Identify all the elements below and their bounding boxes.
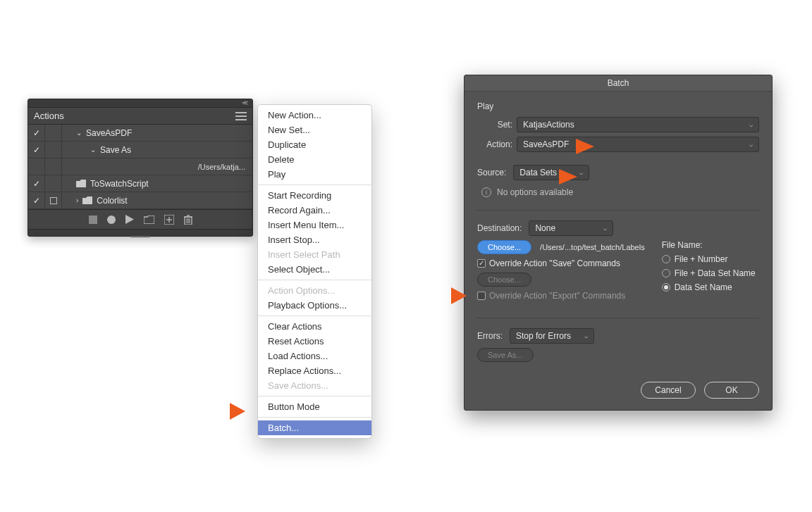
action-row[interactable]: ✓ ⌄ Save As: [28, 142, 252, 158]
checkbox-icon[interactable]: [477, 292, 486, 300]
record-icon[interactable]: [107, 216, 116, 224]
svg-point-1: [107, 216, 116, 224]
filename-option-label: File + Data Set Name: [675, 268, 756, 278]
menu-playback-options[interactable]: Playback Options...: [258, 298, 371, 313]
menu-new-set[interactable]: New Set...: [258, 123, 371, 137]
menu-play[interactable]: Play: [258, 167, 371, 182]
minor-cell[interactable]: [45, 125, 62, 141]
destination-select[interactable]: None ⌵: [529, 220, 613, 236]
play-icon[interactable]: [125, 215, 134, 224]
new-set-icon[interactable]: [144, 216, 154, 224]
callout-arrow-icon: [559, 169, 577, 185]
check-icon: ✓: [33, 145, 40, 155]
ok-button[interactable]: OK: [704, 382, 759, 399]
menu-separator: [258, 280, 371, 280]
toggle-cell[interactable]: ✓: [28, 175, 45, 192]
panel-flyout-menu-icon[interactable]: [235, 112, 247, 120]
stop-marker-icon: [50, 197, 57, 204]
toggle-cell[interactable]: ✓: [28, 192, 45, 208]
check-icon: ✓: [33, 196, 40, 206]
menu-button-mode[interactable]: Button Mode: [258, 399, 371, 414]
override-save-row[interactable]: Override Action "Save" Commands: [477, 258, 645, 268]
set-label: Set:: [477, 120, 512, 130]
filename-option-label: Data Set Name: [675, 282, 732, 292]
divider: [477, 210, 759, 211]
radio-icon[interactable]: [662, 269, 670, 277]
filename-label: File Name:: [662, 240, 759, 250]
menu-replace-actions[interactable]: Replace Actions...: [258, 363, 371, 378]
actions-list: ✓ ⌄ SaveAsPDF ✓ ⌄ Save As /Users/katja..…: [28, 125, 252, 209]
destination-label: Destination:: [477, 223, 522, 233]
choose-export-button: Choose...: [477, 273, 531, 287]
cancel-button[interactable]: Cancel: [641, 382, 696, 399]
minor-cell[interactable]: [45, 142, 62, 158]
panel-resize-handle[interactable]: [28, 229, 252, 236]
actions-header: Actions: [28, 108, 252, 125]
menu-record-again[interactable]: Record Again...: [258, 203, 371, 218]
override-export-label: Override Action "Export" Commands: [489, 291, 625, 301]
minor-cell[interactable]: [45, 192, 62, 208]
source-select[interactable]: Data Sets ⌵: [513, 165, 589, 180]
actions-title: Actions: [34, 111, 64, 121]
action-row[interactable]: ✓ ToSwatchScript: [28, 175, 252, 192]
filename-option[interactable]: Data Set Name: [662, 282, 759, 292]
menu-load-actions[interactable]: Load Actions...: [258, 349, 371, 363]
errors-select[interactable]: Stop for Errors ⌵: [510, 328, 594, 344]
checkbox-icon[interactable]: [477, 259, 486, 268]
svg-marker-2: [125, 215, 134, 224]
chevron-right-icon[interactable]: ›: [76, 196, 78, 204]
menu-batch[interactable]: Batch...: [258, 420, 371, 435]
action-value: SaveAsPDF: [523, 139, 569, 149]
batch-title: Batch: [465, 75, 772, 92]
trash-icon[interactable]: [184, 215, 192, 225]
menu-select-object[interactable]: Select Object...: [258, 262, 371, 277]
menu-clear-actions[interactable]: Clear Actions: [258, 319, 371, 334]
minor-cell[interactable]: [45, 158, 62, 175]
filename-option[interactable]: File + Number: [662, 254, 759, 264]
action-select[interactable]: SaveAsPDF ⌵: [517, 137, 759, 152]
radio-icon[interactable]: [662, 255, 670, 263]
filename-option-label: File + Number: [675, 254, 728, 264]
stop-icon[interactable]: [89, 216, 97, 224]
action-label: ⌄ Save As: [62, 142, 252, 158]
menu-delete[interactable]: Delete: [258, 152, 371, 167]
filename-option[interactable]: File + Data Set Name: [662, 268, 759, 278]
menu-new-action[interactable]: New Action...: [258, 108, 371, 123]
action-path: /Users/katja...: [62, 158, 252, 175]
divider: [477, 318, 759, 318]
menu-insert-stop[interactable]: Insert Stop...: [258, 232, 371, 247]
action-row[interactable]: ✓ › Colorlist: [28, 192, 252, 209]
panel-collapse-bar[interactable]: ≪: [28, 99, 252, 108]
callout-arrow-icon: [451, 287, 467, 304]
chevron-down-icon[interactable]: ⌄: [90, 146, 96, 154]
errors-label: Errors:: [477, 331, 503, 341]
menu-save-actions: Save Actions...: [258, 378, 371, 393]
action-label: ⌄ SaveAsPDF: [62, 125, 252, 141]
chevron-down-icon[interactable]: ⌄: [76, 129, 82, 137]
play-label: Play: [477, 101, 759, 111]
toggle-cell[interactable]: ✓: [28, 142, 45, 158]
action-label: ToSwatchScript: [62, 175, 252, 192]
menu-duplicate[interactable]: Duplicate: [258, 137, 371, 152]
menu-start-recording[interactable]: Start Recording: [258, 188, 371, 203]
menu-action-options: Action Options...: [258, 283, 371, 298]
menu-separator: [258, 185, 371, 185]
choose-button[interactable]: Choose...: [477, 240, 531, 254]
override-export-row[interactable]: Override Action "Export" Commands: [477, 291, 645, 301]
menu-reset-actions[interactable]: Reset Actions: [258, 334, 371, 349]
action-name: Colorlist: [97, 196, 127, 206]
override-save-label: Override Action "Save" Commands: [489, 258, 620, 268]
action-row[interactable]: /Users/katja...: [28, 158, 252, 175]
folder-icon: [76, 180, 86, 187]
dialog-buttons: Cancel OK: [477, 375, 759, 399]
toggle-cell[interactable]: ✓: [28, 125, 45, 141]
batch-dialog: Batch Play Set: KatjasActions ⌵ Action: …: [464, 75, 773, 411]
minor-cell[interactable]: [45, 175, 62, 192]
action-row[interactable]: ✓ ⌄ SaveAsPDF: [28, 125, 252, 142]
set-select[interactable]: KatjasActions ⌵: [517, 117, 759, 132]
toggle-cell[interactable]: [28, 158, 45, 175]
new-action-icon[interactable]: [164, 215, 174, 225]
actions-toolbar: [28, 209, 252, 229]
menu-insert-menu-item[interactable]: Insert Menu Item...: [258, 218, 371, 232]
radio-icon[interactable]: [662, 283, 670, 292]
